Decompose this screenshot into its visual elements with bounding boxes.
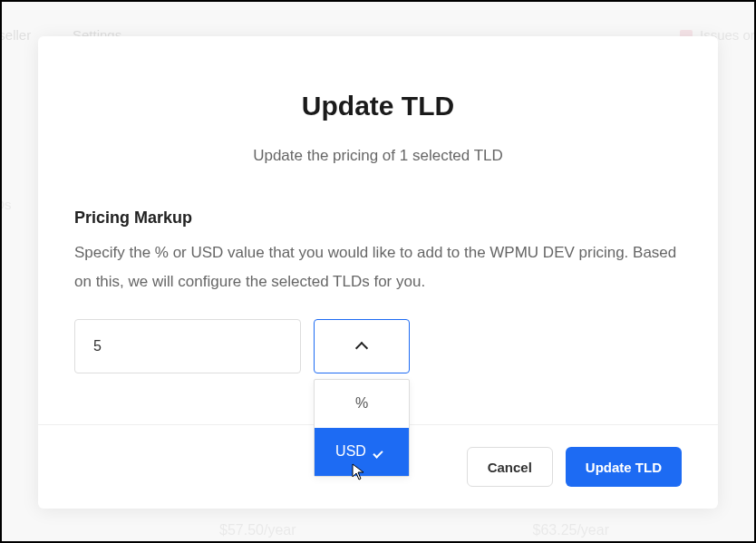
unit-option-percent-label: % — [355, 395, 368, 412]
unit-dropdown: % USD — [314, 379, 410, 477]
modal-body: Update TLD Update the pricing of 1 selec… — [38, 36, 718, 424]
pricing-markup-heading: Pricing Markup — [74, 208, 682, 228]
check-icon — [375, 447, 388, 456]
unit-option-usd[interactable]: USD — [315, 428, 409, 476]
unit-option-usd-label: USD — [335, 443, 366, 460]
unit-select-trigger[interactable] — [314, 319, 410, 373]
chevron-up-icon — [355, 340, 368, 353]
cancel-button[interactable]: Cancel — [467, 447, 553, 487]
pricing-markup-description: Specify the % or USD value that you woul… — [74, 238, 682, 297]
markup-input-row: % USD — [74, 319, 682, 373]
unit-select: % USD — [314, 319, 410, 373]
modal-title: Update TLD — [74, 91, 682, 121]
update-tld-button[interactable]: Update TLD — [566, 447, 682, 487]
unit-option-percent[interactable]: % — [315, 380, 409, 428]
update-tld-modal: Update TLD Update the pricing of 1 selec… — [38, 36, 718, 509]
modal-subtitle: Update the pricing of 1 selected TLD — [74, 147, 682, 165]
markup-value-input[interactable] — [74, 319, 301, 373]
